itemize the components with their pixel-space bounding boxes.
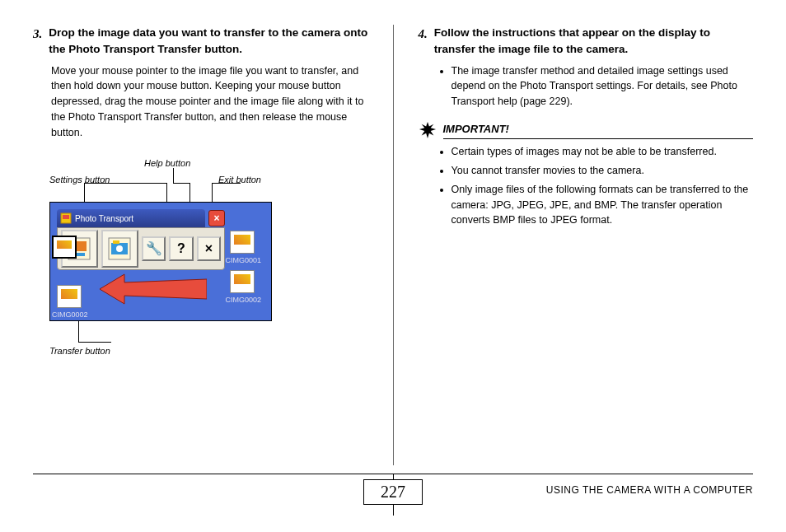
step-4-note: The image transfer method and detailed i… (451, 63, 754, 110)
settings-button[interactable]: 🔧 (142, 236, 166, 261)
dragged-file-icon[interactable] (52, 236, 77, 259)
file-label-3: CIMG0002 (52, 310, 88, 321)
file-label-2: CIMG0002 (225, 295, 261, 306)
step-4-title: Follow the instructions that appear on t… (434, 25, 753, 58)
svg-marker-9 (100, 274, 207, 304)
capture-icon (105, 235, 133, 263)
toolbar: 🔧 ? × (57, 227, 225, 270)
file-label-1: CIMG0001 (225, 255, 261, 267)
exit-button[interactable]: × (197, 236, 221, 261)
callout-settings: Settings button (49, 173, 110, 187)
help-button[interactable]: ? (169, 236, 193, 261)
app-screenshot: Photo Transport × 🔧 ? × CIMG0001 (49, 202, 272, 321)
important-list: Certain types of images may not be able … (437, 144, 754, 228)
column-divider (393, 25, 394, 465)
drag-arrow-icon (100, 273, 207, 306)
callout-help: Help button (144, 156, 190, 170)
right-column: 4. Follow the instructions that appear o… (419, 25, 754, 465)
section-title: USING THE CAMERA WITH A COMPUTER (546, 484, 753, 496)
page-footer: 227 USING THE CAMERA WITH A COMPUTER (33, 474, 753, 515)
svg-rect-1 (63, 215, 69, 219)
photo-transport-diagram: Settings button Help button Exit button … (49, 156, 297, 362)
window-close-button[interactable]: × (208, 210, 225, 226)
step-number-4: 4. (419, 25, 428, 58)
burst-icon (419, 121, 437, 139)
svg-rect-8 (113, 240, 119, 244)
left-column: 3. Drop the image data you want to trans… (33, 25, 368, 465)
file-icon[interactable] (230, 231, 255, 254)
capture-button[interactable] (101, 230, 138, 268)
step-number-3: 3. (33, 25, 42, 58)
page-number: 227 (363, 479, 423, 505)
svg-point-7 (116, 245, 123, 252)
step-3-body: Move your mouse pointer to the image fil… (51, 63, 368, 141)
important-item: You cannot transfer movies to the camera… (451, 163, 754, 179)
important-item: Only image files of the following format… (451, 182, 754, 228)
callout-exit: Exit button (218, 173, 261, 187)
file-icon[interactable] (230, 270, 255, 293)
window-titlebar: Photo Transport (57, 209, 205, 227)
step-3-title: Drop the image data you want to transfer… (49, 25, 367, 58)
svg-marker-10 (419, 122, 435, 138)
file-icon[interactable] (57, 285, 82, 308)
window-title: Photo Transport (75, 212, 133, 225)
callout-transfer: Transfer button (49, 344, 110, 358)
app-icon (60, 212, 72, 224)
important-heading: IMPORTANT! (443, 121, 754, 140)
important-item: Certain types of images may not be able … (451, 144, 754, 160)
